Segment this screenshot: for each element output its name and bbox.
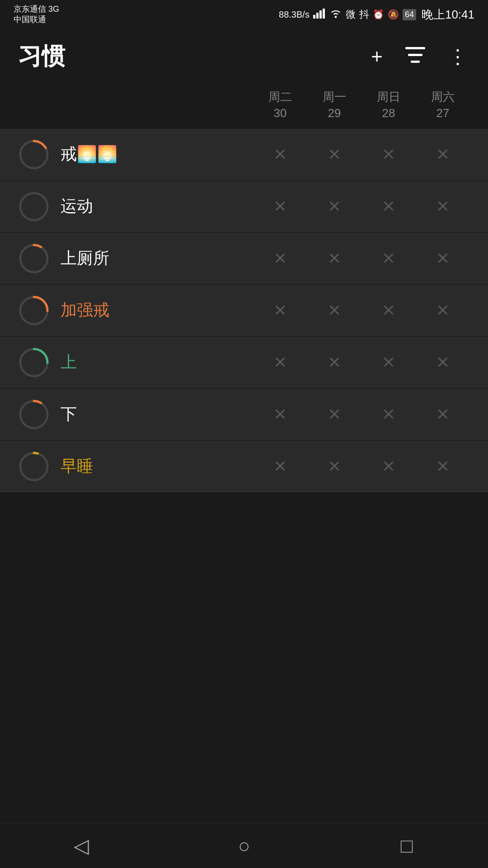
habit-progress-icon	[18, 295, 50, 326]
check-cell: ✕	[253, 353, 307, 372]
svg-rect-2	[319, 10, 322, 19]
home-button[interactable]: ○	[199, 835, 289, 857]
check-cell: ✕	[307, 249, 361, 268]
habit-row[interactable]: 上 ✕ ✕ ✕ ✕	[0, 337, 488, 389]
svg-rect-7	[411, 61, 420, 63]
svg-rect-6	[408, 54, 422, 56]
habit-checks: ✕ ✕ ✕ ✕	[253, 145, 470, 164]
svg-point-10	[20, 193, 47, 220]
habit-name: 上	[61, 351, 253, 373]
check-cell: ✕	[253, 145, 307, 164]
habit-row[interactable]: 下 ✕ ✕ ✕ ✕	[0, 389, 488, 441]
check-cell: ✕	[361, 197, 416, 216]
check-cell: ✕	[416, 301, 470, 320]
check-cell: ✕	[416, 145, 470, 164]
more-button[interactable]: ⋮	[446, 44, 470, 69]
habit-row[interactable]: 戒🌅🌅 ✕ ✕ ✕ ✕	[0, 129, 488, 181]
check-cell: ✕	[307, 145, 361, 164]
network-speed: 88.3B/s	[279, 9, 310, 20]
col-header-tue: 周二 30	[253, 89, 307, 122]
habit-row[interactable]: 加强戒 ✕ ✕ ✕ ✕	[0, 285, 488, 337]
habit-name: 戒🌅🌅	[61, 143, 253, 165]
status-bar: 京东通信 3G 中国联通 88.3B/s 微 抖 ⏰ 🔕 64 晚上10:41	[0, 0, 488, 27]
app-title: 习惯	[18, 41, 65, 72]
check-cell: ✕	[361, 301, 416, 320]
check-cell: ✕	[361, 405, 416, 424]
svg-point-17	[20, 401, 47, 428]
filter-button[interactable]	[403, 44, 427, 69]
app-header: 习惯 + ⋮	[0, 27, 488, 81]
habit-progress-icon	[18, 399, 50, 430]
check-cell: ✕	[307, 353, 361, 372]
svg-point-4	[335, 16, 337, 18]
check-cell: ✕	[416, 405, 470, 424]
wifi-icon	[329, 9, 342, 21]
carrier2: 中国联通	[14, 14, 59, 25]
mute-icon: 🔕	[388, 9, 399, 20]
header-actions: + ⋮	[369, 44, 470, 69]
wechat-icon: 微	[346, 8, 356, 21]
recent-button[interactable]: □	[361, 835, 452, 857]
check-cell: ✕	[416, 457, 470, 476]
bottom-nav: ◁ ○ □	[0, 823, 488, 868]
status-right: 88.3B/s 微 抖 ⏰ 🔕 64 晚上10:41	[279, 7, 474, 23]
check-cell: ✕	[416, 353, 470, 372]
habit-name: 运动	[61, 195, 253, 217]
time-display: 晚上10:41	[422, 7, 474, 23]
habit-progress-icon	[18, 139, 50, 170]
habit-checks: ✕ ✕ ✕ ✕	[253, 301, 470, 320]
habit-checks: ✕ ✕ ✕ ✕	[253, 197, 470, 216]
svg-rect-0	[313, 15, 315, 19]
svg-point-11	[20, 245, 47, 272]
svg-rect-5	[405, 47, 425, 49]
back-button[interactable]: ◁	[36, 834, 127, 857]
habit-name: 早睡	[61, 455, 253, 477]
habit-progress-icon	[18, 243, 50, 274]
col-header-sat: 周六 27	[416, 89, 470, 122]
alarm-icon: ⏰	[373, 9, 384, 20]
signal-icons	[313, 9, 326, 21]
habit-progress-icon	[18, 191, 50, 222]
habit-checks: ✕ ✕ ✕ ✕	[253, 457, 470, 476]
habit-checks: ✕ ✕ ✕ ✕	[253, 353, 470, 372]
habit-row[interactable]: 运动 ✕ ✕ ✕ ✕	[0, 181, 488, 233]
habit-checks: ✕ ✕ ✕ ✕	[253, 249, 470, 268]
col-header-sun: 周日 28	[361, 89, 416, 122]
check-cell: ✕	[361, 353, 416, 372]
check-cell: ✕	[307, 457, 361, 476]
carrier1: 京东通信 3G	[14, 4, 59, 14]
check-cell: ✕	[416, 249, 470, 268]
check-cell: ✕	[361, 145, 416, 164]
check-cell: ✕	[416, 197, 470, 216]
habit-checks: ✕ ✕ ✕ ✕	[253, 405, 470, 424]
add-button[interactable]: +	[369, 44, 385, 69]
col-header-mon: 周一 29	[307, 89, 361, 122]
column-headers: 周二 30 周一 29 周日 28 周六 27	[0, 81, 488, 129]
check-cell: ✕	[253, 457, 307, 476]
check-cell: ✕	[361, 457, 416, 476]
check-cell: ✕	[307, 405, 361, 424]
habit-name: 下	[61, 403, 253, 425]
battery-indicator: 64	[403, 9, 416, 20]
habit-row[interactable]: 上厕所 ✕ ✕ ✕ ✕	[0, 233, 488, 285]
habit-name: 上厕所	[61, 247, 253, 269]
habit-progress-icon	[18, 451, 50, 482]
check-cell: ✕	[253, 301, 307, 320]
svg-rect-1	[316, 13, 319, 19]
tiktok-icon: 抖	[359, 8, 369, 21]
svg-point-19	[20, 453, 47, 480]
check-cell: ✕	[253, 405, 307, 424]
habits-list: 戒🌅🌅 ✕ ✕ ✕ ✕ 运动 ✕ ✕ ✕ ✕ 上厕所	[0, 129, 488, 493]
check-cell: ✕	[307, 301, 361, 320]
check-cell: ✕	[361, 249, 416, 268]
habit-progress-icon	[18, 347, 50, 378]
carrier-info: 京东通信 3G 中国联通	[14, 4, 59, 25]
check-cell: ✕	[253, 197, 307, 216]
habit-row[interactable]: 早睡 ✕ ✕ ✕ ✕	[0, 441, 488, 493]
check-cell: ✕	[307, 197, 361, 216]
check-cell: ✕	[253, 249, 307, 268]
svg-rect-3	[323, 9, 325, 19]
habit-name: 加强戒	[61, 299, 253, 321]
